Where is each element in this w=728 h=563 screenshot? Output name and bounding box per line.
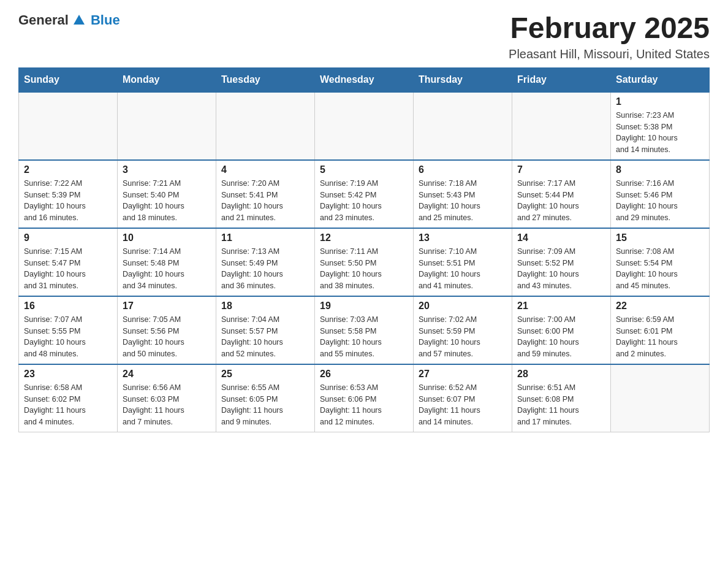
day-number: 9 (24, 232, 112, 243)
calendar-week-5: 23Sunrise: 6:58 AM Sunset: 6:02 PM Dayli… (19, 364, 710, 432)
calendar-cell-w2-d7: 8Sunrise: 7:16 AM Sunset: 5:46 PM Daylig… (611, 160, 710, 228)
day-info: Sunrise: 7:23 AM Sunset: 5:38 PM Dayligh… (616, 110, 704, 156)
day-number: 12 (320, 232, 408, 243)
day-info: Sunrise: 7:05 AM Sunset: 5:56 PM Dayligh… (123, 314, 211, 360)
day-number: 1 (616, 96, 704, 107)
day-info: Sunrise: 7:10 AM Sunset: 5:51 PM Dayligh… (419, 246, 507, 292)
day-info: Sunrise: 7:09 AM Sunset: 5:52 PM Dayligh… (517, 246, 605, 292)
svg-marker-0 (74, 15, 85, 25)
calendar-cell-w5-d2: 24Sunrise: 6:56 AM Sunset: 6:03 PM Dayli… (118, 364, 216, 432)
day-number: 19 (320, 301, 408, 312)
header-wednesday: Wednesday (315, 67, 414, 92)
day-number: 6 (419, 164, 507, 175)
day-number: 4 (221, 164, 309, 175)
calendar-cell-w3-d1: 9Sunrise: 7:15 AM Sunset: 5:47 PM Daylig… (19, 228, 118, 296)
header-friday: Friday (512, 67, 611, 92)
calendar-cell-w2-d3: 4Sunrise: 7:20 AM Sunset: 5:41 PM Daylig… (216, 160, 315, 228)
calendar-cell-w3-d4: 12Sunrise: 7:11 AM Sunset: 5:50 PM Dayli… (315, 228, 414, 296)
logo-text-general: General (18, 12, 69, 28)
calendar-cell-w1-d6 (512, 92, 611, 160)
day-info: Sunrise: 7:07 AM Sunset: 5:55 PM Dayligh… (24, 314, 112, 360)
calendar-week-2: 2Sunrise: 7:22 AM Sunset: 5:39 PM Daylig… (19, 160, 710, 228)
calendar-cell-w5-d5: 27Sunrise: 6:52 AM Sunset: 6:07 PM Dayli… (414, 364, 512, 432)
calendar-cell-w2-d2: 3Sunrise: 7:21 AM Sunset: 5:40 PM Daylig… (118, 160, 216, 228)
day-info: Sunrise: 6:52 AM Sunset: 6:07 PM Dayligh… (419, 382, 507, 428)
day-number: 11 (221, 232, 309, 243)
day-number: 27 (419, 369, 507, 380)
header-saturday: Saturday (611, 67, 710, 92)
calendar-week-4: 16Sunrise: 7:07 AM Sunset: 5:55 PM Dayli… (19, 296, 710, 364)
day-info: Sunrise: 7:08 AM Sunset: 5:54 PM Dayligh… (616, 246, 704, 292)
calendar-cell-w1-d7: 1Sunrise: 7:23 AM Sunset: 5:38 PM Daylig… (611, 92, 710, 160)
page-header: General Blue February 2025 Pleasant Hill… (18, 12, 710, 61)
day-number: 24 (123, 369, 211, 380)
day-number: 26 (320, 369, 408, 380)
calendar-cell-w5-d4: 26Sunrise: 6:53 AM Sunset: 6:06 PM Dayli… (315, 364, 414, 432)
day-number: 18 (221, 301, 309, 312)
day-number: 16 (24, 301, 112, 312)
day-info: Sunrise: 7:04 AM Sunset: 5:57 PM Dayligh… (221, 314, 309, 360)
header-monday: Monday (118, 67, 216, 92)
day-info: Sunrise: 6:55 AM Sunset: 6:05 PM Dayligh… (221, 382, 309, 428)
calendar-cell-w2-d5: 6Sunrise: 7:18 AM Sunset: 5:43 PM Daylig… (414, 160, 512, 228)
day-info: Sunrise: 7:11 AM Sunset: 5:50 PM Dayligh… (320, 246, 408, 292)
calendar-cell-w1-d5 (414, 92, 512, 160)
day-number: 25 (221, 369, 309, 380)
calendar-cell-w4-d1: 16Sunrise: 7:07 AM Sunset: 5:55 PM Dayli… (19, 296, 118, 364)
calendar-table: Sunday Monday Tuesday Wednesday Thursday… (18, 67, 710, 432)
calendar-cell-w5-d1: 23Sunrise: 6:58 AM Sunset: 6:02 PM Dayli… (19, 364, 118, 432)
calendar-cell-w3-d5: 13Sunrise: 7:10 AM Sunset: 5:51 PM Dayli… (414, 228, 512, 296)
title-block: February 2025 Pleasant Hill, Missouri, U… (509, 12, 710, 61)
day-number: 7 (517, 164, 605, 175)
calendar-cell-w4-d2: 17Sunrise: 7:05 AM Sunset: 5:56 PM Dayli… (118, 296, 216, 364)
calendar-cell-w2-d4: 5Sunrise: 7:19 AM Sunset: 5:42 PM Daylig… (315, 160, 414, 228)
calendar-week-3: 9Sunrise: 7:15 AM Sunset: 5:47 PM Daylig… (19, 228, 710, 296)
day-info: Sunrise: 7:17 AM Sunset: 5:44 PM Dayligh… (517, 178, 605, 224)
calendar-cell-w4-d3: 18Sunrise: 7:04 AM Sunset: 5:57 PM Dayli… (216, 296, 315, 364)
day-number: 17 (123, 301, 211, 312)
header-tuesday: Tuesday (216, 67, 315, 92)
day-info: Sunrise: 7:20 AM Sunset: 5:41 PM Dayligh… (221, 178, 309, 224)
day-info: Sunrise: 6:59 AM Sunset: 6:01 PM Dayligh… (616, 314, 704, 360)
calendar-cell-w2-d1: 2Sunrise: 7:22 AM Sunset: 5:39 PM Daylig… (19, 160, 118, 228)
calendar-cell-w1-d1 (19, 92, 118, 160)
day-number: 2 (24, 164, 112, 175)
logo-icon (72, 13, 86, 27)
day-info: Sunrise: 7:21 AM Sunset: 5:40 PM Dayligh… (123, 178, 211, 224)
day-info: Sunrise: 6:56 AM Sunset: 6:03 PM Dayligh… (123, 382, 211, 428)
day-number: 21 (517, 301, 605, 312)
day-info: Sunrise: 6:58 AM Sunset: 6:02 PM Dayligh… (24, 382, 112, 428)
day-info: Sunrise: 6:51 AM Sunset: 6:08 PM Dayligh… (517, 382, 605, 428)
calendar-cell-w3-d3: 11Sunrise: 7:13 AM Sunset: 5:49 PM Dayli… (216, 228, 315, 296)
day-number: 5 (320, 164, 408, 175)
day-number: 8 (616, 164, 704, 175)
header-sunday: Sunday (19, 67, 118, 92)
calendar-cell-w4-d6: 21Sunrise: 7:00 AM Sunset: 6:00 PM Dayli… (512, 296, 611, 364)
month-title: February 2025 (509, 12, 710, 45)
calendar-cell-w5-d6: 28Sunrise: 6:51 AM Sunset: 6:08 PM Dayli… (512, 364, 611, 432)
calendar-cell-w3-d2: 10Sunrise: 7:14 AM Sunset: 5:48 PM Dayli… (118, 228, 216, 296)
calendar-cell-w4-d7: 22Sunrise: 6:59 AM Sunset: 6:01 PM Dayli… (611, 296, 710, 364)
day-info: Sunrise: 7:13 AM Sunset: 5:49 PM Dayligh… (221, 246, 309, 292)
logo-text-blue: Blue (91, 12, 120, 28)
calendar-cell-w1-d3 (216, 92, 315, 160)
calendar-header-row: Sunday Monday Tuesday Wednesday Thursday… (19, 67, 710, 92)
calendar-week-1: 1Sunrise: 7:23 AM Sunset: 5:38 PM Daylig… (19, 92, 710, 160)
day-info: Sunrise: 7:14 AM Sunset: 5:48 PM Dayligh… (123, 246, 211, 292)
calendar-cell-w3-d7: 15Sunrise: 7:08 AM Sunset: 5:54 PM Dayli… (611, 228, 710, 296)
calendar-cell-w4-d5: 20Sunrise: 7:02 AM Sunset: 5:59 PM Dayli… (414, 296, 512, 364)
day-number: 13 (419, 232, 507, 243)
day-number: 14 (517, 232, 605, 243)
calendar-cell-w1-d2 (118, 92, 216, 160)
day-number: 3 (123, 164, 211, 175)
calendar-cell-w4-d4: 19Sunrise: 7:03 AM Sunset: 5:58 PM Dayli… (315, 296, 414, 364)
day-info: Sunrise: 6:53 AM Sunset: 6:06 PM Dayligh… (320, 382, 408, 428)
calendar-cell-w1-d4 (315, 92, 414, 160)
day-number: 22 (616, 301, 704, 312)
day-info: Sunrise: 7:16 AM Sunset: 5:46 PM Dayligh… (616, 178, 704, 224)
location-subtitle: Pleasant Hill, Missouri, United States (509, 47, 710, 61)
day-info: Sunrise: 7:15 AM Sunset: 5:47 PM Dayligh… (24, 246, 112, 292)
day-number: 20 (419, 301, 507, 312)
day-number: 28 (517, 369, 605, 380)
calendar-cell-w5-d3: 25Sunrise: 6:55 AM Sunset: 6:05 PM Dayli… (216, 364, 315, 432)
